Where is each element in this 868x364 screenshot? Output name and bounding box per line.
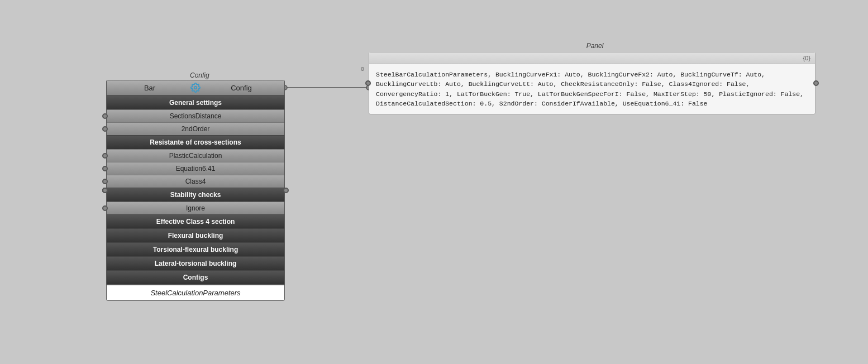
footer-input[interactable] bbox=[111, 289, 280, 297]
left-dot-lateral bbox=[102, 188, 108, 193]
item-sections-distance[interactable]: SectionsDistance bbox=[107, 109, 284, 122]
right-panel: {0} 0 SteelBarCalculationParameters, Buc… bbox=[369, 52, 815, 114]
panel-label: Panel bbox=[369, 42, 821, 50]
section-general-settings[interactable]: General settings bbox=[107, 95, 284, 109]
section-lateral-torsional[interactable]: Lateral-torsional buckling bbox=[107, 256, 284, 270]
gear-icon bbox=[190, 83, 201, 93]
item-plastic-calculation[interactable]: PlasticCalculation bbox=[107, 149, 284, 162]
right-connector-header bbox=[283, 188, 289, 193]
left-dot-sections-distance bbox=[102, 113, 108, 119]
left-dot-class4 bbox=[102, 179, 108, 184]
config-label: Config bbox=[190, 71, 209, 79]
row-number: 0 bbox=[361, 65, 364, 74]
item-class4[interactable]: Class4 bbox=[107, 175, 284, 188]
section-flexural[interactable]: Flexural buckling bbox=[107, 228, 284, 242]
item-2ndorder[interactable]: 2ndOrder bbox=[107, 122, 284, 135]
item-ignore[interactable]: Ignore bbox=[107, 202, 284, 214]
left-panel: Bar Config General settings SectionsDist… bbox=[106, 80, 285, 301]
bar-label: Bar bbox=[111, 84, 188, 92]
section-resistance[interactable]: Resistante of cross-sections bbox=[107, 135, 284, 149]
item-equation641[interactable]: Equation6.41 bbox=[107, 162, 284, 175]
section-stability[interactable]: Stability checks bbox=[107, 188, 284, 202]
left-dot-2ndorder bbox=[102, 126, 108, 132]
section-configs[interactable]: Configs bbox=[107, 270, 284, 284]
panel-badge: {0} bbox=[803, 55, 810, 61]
right-panel-header: {0} bbox=[369, 52, 815, 64]
section-torsional-flexural[interactable]: Torsional-flexural buckling bbox=[107, 242, 284, 256]
left-dot-ignore bbox=[102, 205, 108, 211]
panel-header[interactable]: Bar Config bbox=[107, 80, 284, 95]
config-header-label: Config bbox=[203, 84, 280, 92]
panel-content: 0 SteelBarCalculationParameters, Bucklin… bbox=[369, 64, 815, 114]
svg-point-3 bbox=[194, 87, 197, 89]
left-dot-equation bbox=[102, 166, 108, 171]
left-dot-plastic bbox=[102, 153, 108, 159]
section-effective-class4[interactable]: Effective Class 4 section bbox=[107, 214, 284, 228]
panel-footer[interactable] bbox=[107, 284, 284, 300]
